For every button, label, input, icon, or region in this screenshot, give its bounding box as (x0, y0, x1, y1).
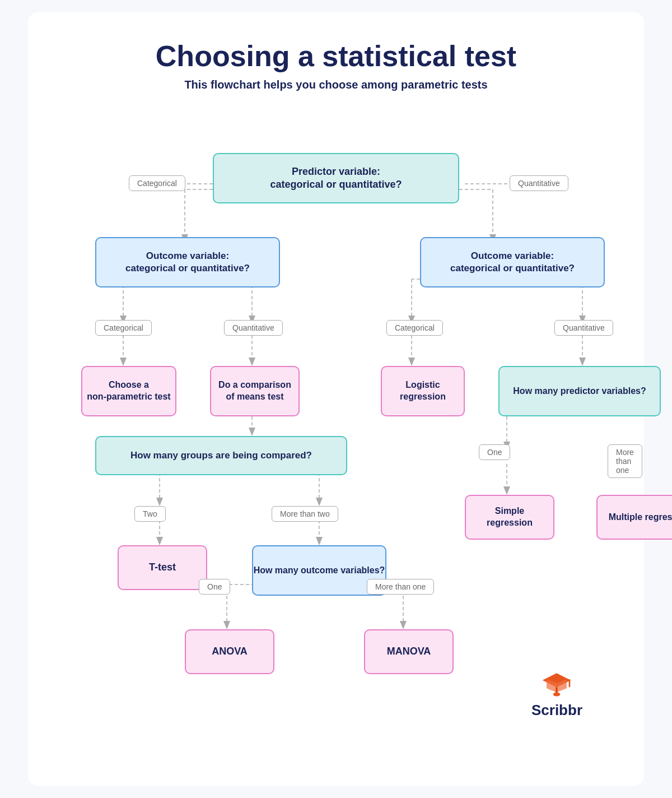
svg-point-57 (553, 692, 561, 696)
categorical-top-left-label: Categorical (129, 175, 185, 191)
svg-marker-15 (120, 358, 127, 366)
arrows-svg (62, 119, 610, 736)
scribbr-text: Scribbr (531, 702, 582, 719)
two-label: Two (134, 506, 166, 522)
logistic-box: Logistic regression (381, 366, 465, 416)
how-many-predictor-box: How many predictor variables? (498, 366, 661, 416)
svg-marker-42 (408, 358, 415, 366)
svg-marker-17 (249, 358, 255, 366)
quantitative-top-right-label: Quantitative (510, 175, 568, 191)
scribbr-icon (542, 669, 572, 699)
non-parametric-box: Choose a non-parametric test (81, 366, 176, 416)
svg-marker-26 (156, 537, 163, 545)
ttest-box: T-test (118, 545, 207, 590)
how-many-outcome-box: How many outcome variables? (252, 545, 386, 596)
svg-marker-44 (579, 358, 586, 366)
predictor-box: Predictor variable: categorical or quant… (213, 153, 459, 203)
svg-marker-24 (316, 498, 323, 506)
categorical-left-2-label: Categorical (95, 320, 152, 336)
more-than-one-left-label: More than one (367, 579, 434, 595)
outcome-right-box: Outcome variable: categorical or quantit… (420, 237, 605, 287)
one-left-label: One (199, 579, 230, 595)
one-right-label: One (479, 444, 510, 460)
svg-marker-28 (316, 537, 323, 545)
multiple-regression-box: Multiple regression (596, 495, 672, 540)
more-than-two-label: More than two (272, 506, 338, 522)
categorical-right-2-label: Categorical (386, 320, 443, 336)
how-many-groups-box: How many groups are being compared? (95, 436, 347, 475)
svg-marker-31 (223, 621, 230, 629)
quantitative-right-2-label: Quantitative (554, 320, 613, 336)
outcome-left-box: Outcome variable: categorical or quantit… (95, 237, 280, 287)
subtitle: This flowchart helps you choose among pa… (62, 78, 610, 91)
svg-marker-34 (400, 621, 407, 629)
scribbr-logo: Scribbr (531, 669, 582, 719)
main-card: Choosing a statistical test This flowcha… (28, 12, 644, 786)
svg-marker-22 (156, 498, 163, 506)
page-title: Choosing a statistical test (62, 39, 610, 73)
simple-regression-box: Simple regression (465, 495, 554, 540)
anova-box: ANOVA (185, 629, 274, 674)
more-than-one-right-label: More than one (608, 444, 642, 478)
svg-marker-51 (503, 486, 510, 495)
quantitative-left-2-label: Quantitative (224, 320, 283, 336)
svg-rect-58 (569, 679, 571, 687)
flowchart: Predictor variable: categorical or quant… (62, 119, 610, 736)
manova-box: MANOVA (364, 629, 454, 674)
comparison-box: Do a comparison of means test (210, 366, 300, 416)
svg-marker-19 (249, 428, 255, 436)
